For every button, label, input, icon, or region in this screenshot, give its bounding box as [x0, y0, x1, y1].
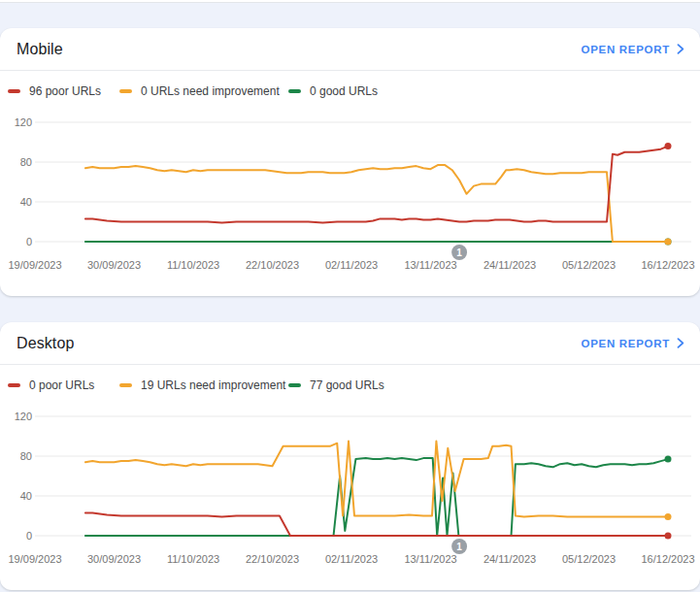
svg-text:16/12/2023: 16/12/2023: [641, 259, 694, 271]
chevron-right-icon: [677, 338, 684, 348]
svg-text:02/11/2023: 02/11/2023: [325, 553, 378, 565]
legend-item-poor: 0 poor URLs: [8, 378, 119, 392]
legend-label-poor: 0 poor URLs: [29, 378, 94, 392]
svg-text:30/09/2023: 30/09/2023: [87, 553, 141, 565]
desktop-card: Desktop OPEN REPORT 0 poor URLs 19 URLs …: [0, 322, 700, 590]
desktop-core-web-vitals-chart[interactable]: 0408012019/09/202330/09/202311/10/202322…: [0, 405, 700, 570]
open-report-link-desktop[interactable]: OPEN REPORT: [582, 338, 684, 349]
poor-legend-dash-icon: [8, 89, 20, 93]
card-title-desktop: Desktop: [17, 335, 74, 352]
open-report-label: OPEN REPORT: [582, 338, 670, 349]
svg-text:40: 40: [20, 490, 32, 502]
improve-legend-dash-icon: [119, 383, 132, 387]
legend-item-improve: 19 URLs need improvement: [119, 378, 288, 392]
svg-text:11/10/2023: 11/10/2023: [167, 553, 219, 565]
desktop-card-header: Desktop OPEN REPORT: [0, 322, 700, 365]
legend-item-good: 0 good URLs: [288, 84, 378, 98]
legend-label-good: 77 good URLs: [310, 378, 384, 392]
svg-text:13/11/2023: 13/11/2023: [404, 553, 456, 565]
svg-text:19/09/2023: 19/09/2023: [8, 259, 61, 271]
svg-text:11/10/2023: 11/10/2023: [167, 259, 219, 271]
svg-text:05/12/2023: 05/12/2023: [562, 259, 616, 271]
mobile-core-web-vitals-chart[interactable]: 0408012019/09/202330/09/202311/10/202322…: [0, 111, 700, 276]
legend-item-improve: 0 URLs need improvement: [119, 84, 288, 98]
open-report-label: OPEN REPORT: [582, 44, 670, 55]
svg-text:13/11/2023: 13/11/2023: [404, 259, 456, 271]
svg-text:80: 80: [20, 450, 32, 462]
svg-text:1: 1: [456, 542, 462, 552]
svg-text:24/11/2023: 24/11/2023: [483, 553, 536, 565]
svg-text:24/11/2023: 24/11/2023: [483, 259, 536, 271]
svg-text:80: 80: [20, 156, 32, 168]
poor-legend-dash-icon: [8, 383, 20, 387]
chevron-right-icon: [677, 44, 684, 54]
page-container: Mobile OPEN REPORT 96 poor URLs 0 URLs n…: [0, 3, 700, 590]
legend-desktop: 0 poor URLs 19 URLs need improvement 77 …: [0, 365, 700, 405]
open-report-link-mobile[interactable]: OPEN REPORT: [582, 44, 684, 55]
svg-text:120: 120: [15, 116, 32, 128]
legend-label-improve: 19 URLs need improvement: [141, 378, 285, 392]
legend-item-good: 77 good URLs: [288, 378, 384, 392]
svg-text:19/09/2023: 19/09/2023: [8, 553, 61, 565]
legend-label-good: 0 good URLs: [310, 84, 378, 98]
svg-text:22/10/2023: 22/10/2023: [246, 553, 299, 565]
svg-text:120: 120: [15, 411, 32, 422]
svg-text:0: 0: [26, 236, 32, 247]
card-title-mobile: Mobile: [17, 41, 63, 58]
svg-text:1: 1: [456, 247, 462, 258]
svg-text:0: 0: [26, 530, 32, 542]
legend-mobile: 96 poor URLs 0 URLs need improvement 0 g…: [0, 71, 700, 111]
svg-text:02/11/2023: 02/11/2023: [325, 259, 378, 271]
mobile-card: Mobile OPEN REPORT 96 poor URLs 0 URLs n…: [0, 28, 700, 296]
legend-label-poor: 96 poor URLs: [29, 84, 101, 98]
legend-item-poor: 96 poor URLs: [8, 84, 119, 98]
svg-text:30/09/2023: 30/09/2023: [87, 259, 141, 271]
good-legend-dash-icon: [288, 383, 301, 387]
svg-text:05/12/2023: 05/12/2023: [562, 553, 616, 565]
good-legend-dash-icon: [288, 89, 301, 93]
svg-text:40: 40: [20, 196, 32, 208]
improve-legend-dash-icon: [119, 89, 132, 93]
svg-text:22/10/2023: 22/10/2023: [246, 259, 299, 271]
svg-text:16/12/2023: 16/12/2023: [641, 553, 694, 565]
legend-label-improve: 0 URLs need improvement: [141, 84, 280, 98]
mobile-card-header: Mobile OPEN REPORT: [0, 28, 700, 71]
